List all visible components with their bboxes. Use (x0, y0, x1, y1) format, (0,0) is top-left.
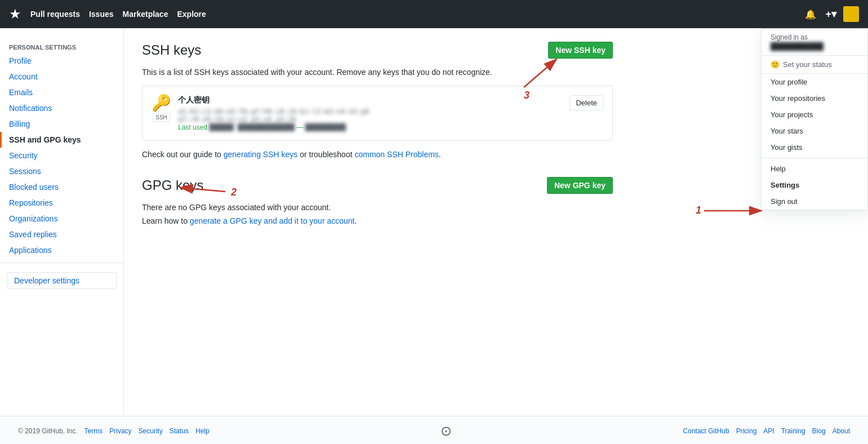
key-actions: Delete (569, 95, 603, 110)
settings-item[interactable]: Settings (762, 177, 867, 193)
guide-text-end: . (439, 150, 441, 159)
gpg-learn-text: Learn how to generate a GPG key and add … (142, 216, 613, 225)
user-avatar-button[interactable] (843, 6, 859, 22)
set-status-label: Set your status (783, 60, 832, 69)
footer-contact-link[interactable]: Contact GitHub (683, 427, 729, 435)
footer-right: Contact GitHub Pricing API Training Blog… (683, 427, 850, 435)
footer-privacy-link[interactable]: Privacy (109, 427, 131, 435)
footer-api-link[interactable]: API (763, 427, 774, 435)
your-profile-item[interactable]: Your profile (762, 74, 867, 90)
key-name: 个人密钥 (178, 95, 563, 105)
gpg-learn-before: Learn how to (142, 216, 190, 225)
sidebar-item-emails[interactable]: Emails (0, 85, 123, 100)
dropdown-divider-1 (762, 158, 867, 158)
dropdown-header: Signed in as ████████████ (762, 29, 867, 56)
footer-training-link[interactable]: Training (781, 427, 805, 435)
main-content: SSH keys New SSH key This is a list of S… (124, 28, 631, 416)
plus-icon[interactable]: +▾ (823, 6, 839, 23)
sidebar-item-profile[interactable]: Profile (0, 53, 123, 69)
new-ssh-key-button[interactable]: New SSH key (548, 42, 613, 59)
footer-status-link[interactable]: Status (170, 427, 189, 435)
signed-in-as-label: Signed in as (771, 33, 858, 41)
top-navigation: ★ Pull requests Issues Marketplace Explo… (0, 0, 868, 28)
footer-pricing-link[interactable]: Pricing (736, 427, 757, 435)
notifications-bell-icon[interactable]: 🔔 (803, 7, 818, 22)
footer-copyright: © 2019 GitHub, Inc. (18, 427, 78, 435)
guide-text-mid: or troubleshoot (297, 150, 354, 159)
nav-links: Pull requests Issues Marketplace Explore (30, 10, 206, 19)
ssh-section-header: SSH keys New SSH key (142, 42, 613, 59)
sidebar-item-applications[interactable]: Applications (0, 242, 123, 258)
user-dropdown-menu: Signed in as ████████████ 🙂 Set your sta… (761, 28, 868, 210)
footer-logo: ⊙ (440, 423, 452, 439)
sidebar-item-organizations[interactable]: Organizations (0, 211, 123, 227)
sidebar-divider (0, 263, 123, 263)
sidebar-item-notifications[interactable]: Notifications (0, 100, 123, 116)
your-repositories-item[interactable]: Your repositories (762, 90, 867, 106)
key-info: 个人密钥 a1:b2:c3:d4:e5:f6:g7:h8:i9:j0:k1:l2… (178, 95, 563, 131)
sign-out-item[interactable]: Sign out (762, 193, 867, 210)
key-fingerprint-1: a1:b2:c3:d4:e5:f6:g7:h8:i9:j0:k1:l2:m3:n… (178, 108, 563, 116)
gpg-section-header: GPG keys New GPG key (142, 177, 613, 194)
gpg-no-keys-text: There are no GPG keys associated with yo… (142, 203, 613, 212)
github-logo[interactable]: ★ (9, 6, 21, 22)
sidebar-item-sessions[interactable]: Sessions (0, 163, 123, 179)
sidebar-item-blocked-users[interactable]: Blocked users (0, 179, 123, 195)
sidebar-item-repositories[interactable]: Repositories (0, 195, 123, 211)
footer-blog-link[interactable]: Blog (812, 427, 826, 435)
your-stars-item[interactable]: Your stars (762, 123, 867, 139)
footer-about-link[interactable]: About (833, 427, 850, 435)
sidebar-item-billing[interactable]: Billing (0, 116, 123, 132)
guide-text: Check out our guide to generating SSH ke… (142, 150, 613, 159)
sidebar-item-saved-replies[interactable]: Saved replies (0, 227, 123, 242)
generating-ssh-keys-link[interactable]: generating SSH keys (224, 150, 298, 159)
footer-terms-link[interactable]: Terms (84, 427, 103, 435)
explore-link[interactable]: Explore (177, 10, 206, 19)
emoji-status-icon: 🙂 (771, 60, 780, 69)
guide-text-before: Check out our guide to (142, 150, 224, 159)
ssh-badge: SSH (153, 113, 170, 122)
sidebar-item-account[interactable]: Account (0, 69, 123, 85)
help-item[interactable]: Help (762, 161, 867, 177)
issues-link[interactable]: Issues (89, 10, 114, 19)
ssh-section-title: SSH keys (142, 42, 201, 58)
footer-help-link[interactable]: Help (195, 427, 210, 435)
key-last-used: Last used ██████ ██████████████ — ██████… (178, 123, 563, 131)
your-projects-item[interactable]: Your projects (762, 106, 867, 123)
github-footer-logo: ⊙ (440, 423, 452, 439)
key-fingerprint-2: q7:r8:s9:t0:u1:v2 w3:x4 y5:z6 (178, 116, 563, 123)
key-icon: 🔑 (152, 95, 171, 111)
settings-sidebar: Personal settings Profile Account Emails… (0, 28, 124, 416)
personal-settings-title: Personal settings (0, 39, 123, 53)
sidebar-item-developer-settings[interactable]: Developer settings (7, 272, 117, 289)
dropdown-username: ████████████ (771, 42, 858, 51)
ssh-description: This is a list of SSH keys associated wi… (142, 68, 613, 77)
sidebar-item-security[interactable]: Security (0, 148, 123, 163)
sidebar-item-ssh-gpg-keys[interactable]: SSH and GPG keys (0, 132, 123, 148)
delete-key-button[interactable]: Delete (569, 95, 603, 110)
set-status-item[interactable]: 🙂 Set your status (762, 56, 867, 74)
pull-requests-link[interactable]: Pull requests (30, 10, 80, 19)
your-gists-item[interactable]: Your gists (762, 139, 867, 156)
ssh-key-card: 🔑 SSH 个人密钥 a1:b2:c3:d4:e5:f6:g7:h8:i9:j0… (142, 86, 613, 141)
key-icon-wrap: 🔑 SSH (152, 95, 171, 122)
footer-security-link[interactable]: Security (139, 427, 163, 435)
page-layout: Personal settings Profile Account Emails… (0, 28, 868, 416)
page-footer: © 2019 GitHub, Inc. Terms Privacy Securi… (0, 416, 868, 444)
common-ssh-problems-link[interactable]: common SSH Problems (354, 150, 438, 159)
new-gpg-key-button[interactable]: New GPG key (547, 177, 613, 194)
generate-gpg-key-link[interactable]: generate a GPG key and add it to your ac… (190, 216, 355, 225)
footer-left: © 2019 GitHub, Inc. Terms Privacy Securi… (18, 427, 210, 435)
marketplace-link[interactable]: Marketplace (123, 10, 168, 19)
gpg-section-title: GPG keys (142, 177, 203, 193)
nav-right: 🔔 +▾ (803, 6, 859, 23)
gpg-learn-end: . (354, 216, 357, 225)
